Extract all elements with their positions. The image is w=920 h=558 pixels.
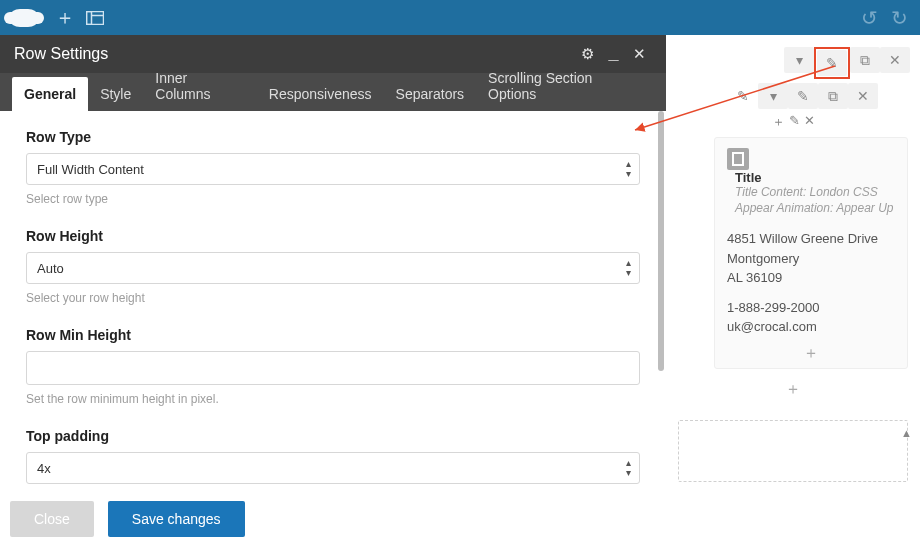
row-type-label: Row Type [26, 129, 640, 145]
duplicate-button[interactable]: ⧉ [850, 47, 880, 73]
tab-style[interactable]: Style [88, 77, 143, 111]
col-edit-left[interactable]: ✎ [728, 83, 758, 109]
row-min-height-input[interactable] [26, 351, 640, 385]
row-height-value: Auto [37, 261, 64, 276]
element-subtitle-2: Appear Animation: Appear Up [735, 201, 894, 217]
tab-separators[interactable]: Separators [384, 77, 476, 111]
element-edit-icon[interactable]: ✎ [789, 113, 800, 131]
cloud-logo [10, 9, 38, 27]
remove-button[interactable]: ✕ [880, 47, 910, 73]
scroll-up-icon[interactable]: ▲ [901, 427, 912, 438]
row-min-height-label: Row Min Height [26, 327, 640, 343]
chevron-updown-icon: ▴▾ [626, 159, 631, 179]
top-padding-select[interactable]: 4x ▴▾ [26, 452, 640, 484]
col-edit-button[interactable]: ✎ [788, 83, 818, 109]
add-button[interactable]: ＋ [50, 0, 80, 35]
tab-general[interactable]: General [12, 77, 88, 111]
element-subtitle-1: Title Content: London CSS [735, 185, 894, 201]
close-button[interactable]: Close [10, 501, 94, 537]
edit-button[interactable]: ✎ [817, 50, 847, 76]
row-dropdown[interactable]: ▾ [784, 47, 814, 73]
row-height-label: Row Height [26, 228, 640, 244]
chevron-updown-icon: ▴▾ [626, 458, 631, 478]
row-min-height-hint: Set the row minimum height in pixel. [26, 392, 640, 406]
row-height-hint: Select your row height [26, 291, 640, 305]
element-card[interactable]: Title Title Content: London CSS Appear A… [714, 137, 908, 369]
row-height-select[interactable]: Auto ▴▾ [26, 252, 640, 284]
row-type-hint: Select row type [26, 192, 640, 206]
svg-rect-1 [87, 11, 92, 24]
chevron-updown-icon: ▴▾ [626, 258, 631, 278]
col-dropdown[interactable]: ▾ [758, 83, 788, 109]
svg-rect-0 [87, 11, 104, 24]
preview-line: 1-888-299-2000 [727, 298, 895, 318]
top-padding-label: Top padding [26, 428, 640, 444]
preview-line: Montgomery [727, 249, 895, 269]
col-remove-button[interactable]: ✕ [848, 83, 878, 109]
form-body: Row Type Full Width Content ▴▾ Select ro… [0, 111, 666, 491]
undo-button[interactable]: ↺ [854, 0, 884, 35]
preview-line: AL 36109 [727, 268, 895, 288]
col-duplicate-button[interactable]: ⧉ [818, 83, 848, 109]
empty-dropzone[interactable] [678, 420, 908, 482]
card-add-button[interactable]: ＋ [727, 343, 895, 364]
preview-line: uk@crocal.com [727, 317, 895, 337]
layout-icon [86, 11, 104, 25]
tab-inner-columns[interactable]: Inner Columns [143, 61, 257, 111]
element-add-icon[interactable]: ＋ [772, 113, 785, 131]
redo-button[interactable]: ↻ [884, 0, 914, 35]
element-title: Title [735, 170, 894, 185]
row-type-value: Full Width Content [37, 162, 144, 177]
element-close-icon[interactable]: ✕ [804, 113, 815, 131]
row-add-button[interactable]: ＋ [672, 379, 914, 400]
preview-line: 4851 Willow Greene Drive [727, 229, 895, 249]
tab-bar: General Style Inner Columns Responsivene… [0, 73, 666, 111]
title-element-icon [727, 148, 749, 170]
layout-button[interactable] [80, 0, 110, 35]
tab-scrolling-section[interactable]: Scrolling Section Options [476, 61, 654, 111]
tab-responsiveness[interactable]: Responsiveness [257, 77, 384, 111]
row-type-select[interactable]: Full Width Content ▴▾ [26, 153, 640, 185]
scrollbar[interactable] [658, 111, 664, 371]
save-changes-button[interactable]: Save changes [108, 501, 245, 537]
top-padding-value: 4x [37, 461, 51, 476]
